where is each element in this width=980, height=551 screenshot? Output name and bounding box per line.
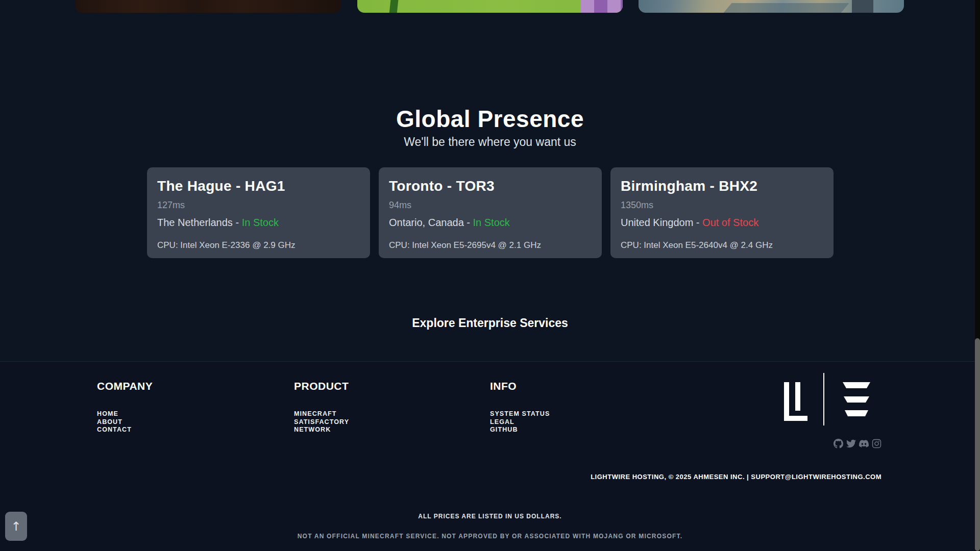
- location-ping: 127ms: [157, 201, 360, 210]
- github-link[interactable]: [833, 438, 843, 448]
- stock-status: In Stock: [473, 217, 510, 228]
- purple-blocks-decor: [581, 0, 623, 13]
- region-text: Ontario, Canada -: [389, 217, 473, 228]
- game-card-image-cave[interactable]: [76, 0, 341, 13]
- instagram-link[interactable]: [871, 438, 881, 448]
- lightwire-logo-mark: [784, 380, 807, 425]
- discord-link[interactable]: [859, 438, 869, 448]
- location-ping: 1350ms: [621, 201, 823, 210]
- lightwire-logo-bars: [843, 382, 870, 419]
- footer-link-github[interactable]: GITHUB: [490, 426, 550, 434]
- footer-column-info: INFO SYSTEM STATUS LEGAL GITHUB: [490, 380, 550, 434]
- location-cpu: CPU: Intel Xeon E5-2695v4 @ 2.1 GHz: [389, 241, 592, 249]
- logo-bars-icon: [843, 382, 870, 417]
- location-ping: 94ms: [389, 201, 592, 210]
- scrollbar-track[interactable]: [975, 0, 980, 551]
- logo-ll-icon: [784, 380, 807, 423]
- footer-link-about[interactable]: ABOUT: [97, 418, 153, 427]
- explore-enterprise-link[interactable]: Explore Enterprise Services: [0, 316, 980, 330]
- region-text: United Kingdom -: [621, 217, 702, 228]
- sand-block-decor: [852, 0, 873, 13]
- location-region: United Kingdom - Out of Stock: [621, 217, 823, 228]
- location-name: Toronto - TOR3: [389, 179, 592, 194]
- stock-status: Out of Stock: [702, 217, 758, 228]
- footer-link-legal[interactable]: LEGAL: [490, 418, 550, 427]
- location-cpu: CPU: Intel Xeon E5-2640v4 @ 2.4 GHz: [621, 241, 823, 249]
- footer-link-minecraft[interactable]: MINECRAFT: [294, 410, 349, 418]
- location-cards: The Hague - HAG1 127ms The Netherlands -…: [147, 167, 834, 258]
- disclaimer-minecraft: NOT AN OFFICIAL MINECRAFT SERVICE. NOT A…: [0, 533, 980, 540]
- footer-column-company: COMPANY HOME ABOUT CONTACT: [97, 380, 153, 434]
- footer-link-contact[interactable]: CONTACT: [97, 426, 153, 434]
- location-name: Birmingham - BHX2: [621, 179, 823, 194]
- region-text: The Netherlands -: [157, 217, 242, 228]
- scrollbar-thumb[interactable]: [975, 338, 980, 551]
- footer-link-network[interactable]: NETWORK: [294, 426, 349, 434]
- footer-column-title: COMPANY: [97, 380, 153, 392]
- twitter-icon: [846, 439, 856, 448]
- stock-status: In Stock: [242, 217, 279, 228]
- discord-icon: [859, 439, 869, 448]
- game-card-image-desert[interactable]: [639, 0, 904, 13]
- section-title: Global Presence: [0, 105, 980, 133]
- page: Global Presence We'll be there where you…: [0, 0, 980, 551]
- footer-link-home[interactable]: HOME: [97, 410, 153, 418]
- section-subtitle: We'll be there where you want us: [0, 135, 980, 149]
- footer-link-satisfactory[interactable]: SATISFACTORY: [294, 418, 349, 427]
- location-name: The Hague - HAG1: [157, 179, 360, 194]
- location-region: The Netherlands - In Stock: [157, 217, 360, 228]
- location-cpu: CPU: Intel Xeon E-2336 @ 2.9 GHz: [157, 241, 360, 249]
- footer-link-system-status[interactable]: SYSTEM STATUS: [490, 410, 550, 418]
- github-icon: [834, 439, 843, 448]
- game-card-image-minecraft[interactable]: [357, 0, 623, 13]
- twitter-link[interactable]: [846, 438, 856, 448]
- location-card-hag1: The Hague - HAG1 127ms The Netherlands -…: [147, 167, 370, 258]
- instagram-icon: [872, 439, 881, 448]
- footer-column-product: PRODUCT MINECRAFT SATISFACTORY NETWORK: [294, 380, 349, 434]
- footer-column-title: PRODUCT: [294, 380, 349, 392]
- location-card-bhx2: Birmingham - BHX2 1350ms United Kingdom …: [610, 167, 834, 258]
- logo-divider: [823, 373, 824, 425]
- copyright-line: LIGHTWIRE HOSTING, © 2025 AHMESEN INC. |…: [591, 473, 881, 481]
- tree-trunk-decor: [389, 0, 399, 13]
- back-to-top-button[interactable]: ↑: [5, 512, 27, 541]
- location-card-tor3: Toronto - TOR3 94ms Ontario, Canada - In…: [379, 167, 602, 258]
- disclaimer-prices: ALL PRICES ARE LISTED IN US DOLLARS.: [0, 513, 980, 520]
- footer-column-title: INFO: [490, 380, 550, 392]
- location-region: Ontario, Canada - In Stock: [389, 217, 592, 228]
- sand-shadow-decor: [719, 3, 849, 13]
- footer: COMPANY HOME ABOUT CONTACT PRODUCT MINEC…: [0, 361, 980, 551]
- social-links: [833, 438, 881, 448]
